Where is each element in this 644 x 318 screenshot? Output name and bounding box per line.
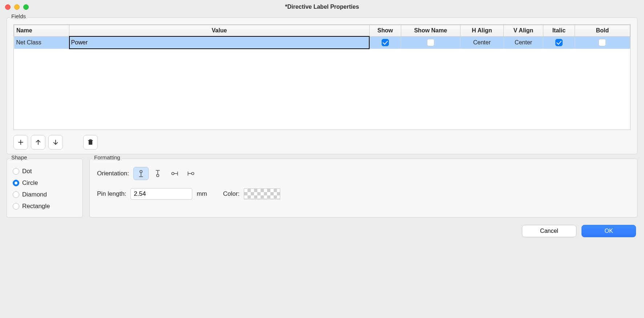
shape-group: Shape Dot Circle Diamond Rectangle [7,159,83,218]
minimize-icon[interactable] [14,4,20,10]
zoom-icon[interactable] [23,4,29,10]
delete-row-button[interactable] [83,135,98,150]
shape-legend: Shape [10,154,28,160]
col-header-name[interactable]: Name [14,25,69,37]
arrow-down-icon [52,139,59,146]
orientation-buttons [133,167,199,180]
col-header-italic[interactable]: Italic [543,25,575,37]
orientation-left-icon [170,169,179,178]
pin-length-input[interactable] [130,188,192,200]
cell-bold[interactable] [575,36,630,49]
orientation-up-icon [136,169,146,178]
table-header-row: Name Value Show Show Name H Align V Alig… [14,25,630,37]
radio-icon [13,191,19,198]
window-controls [5,4,29,10]
col-header-show-name[interactable]: Show Name [401,25,460,37]
orientation-label: Orientation: [97,170,129,177]
dialog-footer: Cancel OK [7,225,637,237]
ok-button[interactable]: OK [581,225,636,237]
svg-point-6 [140,170,142,173]
svg-point-11 [157,174,159,177]
cell-value[interactable] [69,36,370,49]
col-header-valign[interactable]: V Align [504,25,543,37]
shape-option-dot[interactable]: Dot [12,166,77,177]
cell-name[interactable]: Net Class [14,36,69,49]
trash-icon [87,139,94,146]
checkbox-show[interactable] [382,39,389,46]
orientation-down-button[interactable] [150,167,165,180]
col-header-halign[interactable]: H Align [460,25,504,37]
shape-label: Dot [22,168,32,175]
arrow-up-icon [35,139,42,146]
checkbox-show-name[interactable] [427,39,434,46]
radio-icon [13,203,19,210]
orientation-row: Orientation: [97,167,630,180]
table-toolbar [13,135,631,150]
dialog-window: *Directive Label Properties Fields Name … [0,0,644,318]
cancel-button[interactable]: Cancel [522,225,576,237]
table-row[interactable]: Net Class Center Center [14,36,630,49]
shape-label: Circle [22,179,38,187]
svg-point-12 [172,172,174,175]
formatting-group: Formatting Orientation: [89,159,637,218]
move-up-button[interactable] [31,135,45,150]
add-row-button[interactable] [13,135,28,150]
col-header-show[interactable]: Show [369,25,401,37]
cell-halign[interactable]: Center [460,36,504,49]
orientation-down-icon [153,169,162,178]
orientation-right-button[interactable] [184,167,199,180]
pin-length-row: Pin length: mm Color: [97,188,630,200]
move-down-button[interactable] [48,135,63,150]
radio-icon [13,168,19,175]
shape-option-circle[interactable]: Circle [12,177,77,189]
window-title: *Directive Label Properties [5,4,639,10]
cell-italic[interactable] [543,36,575,49]
shape-option-diamond[interactable]: Diamond [12,189,77,200]
checkbox-italic[interactable] [555,39,563,46]
fields-table: Name Value Show Show Name H Align V Alig… [14,25,630,49]
orientation-up-button[interactable] [133,167,149,180]
checkbox-bold[interactable] [599,39,606,46]
shape-option-rectangle[interactable]: Rectangle [12,200,77,212]
plus-icon [17,139,24,146]
pin-length-unit: mm [197,190,207,198]
value-input[interactable] [71,39,368,46]
color-swatch-button[interactable] [244,188,280,199]
dialog-content: Fields Name Value Show Show Name H Align [0,14,644,318]
lower-row: Shape Dot Circle Diamond Rectangle [7,159,637,218]
svg-rect-5 [90,140,92,141]
fields-legend: Fields [10,13,27,19]
orientation-left-button[interactable] [167,167,182,180]
color-label: Color: [223,190,240,198]
close-icon[interactable] [5,4,11,10]
svg-point-17 [192,172,194,175]
titlebar: *Directive Label Properties [0,0,644,14]
fields-table-wrap: Name Value Show Show Name H Align V Alig… [13,24,631,130]
radio-icon [13,180,19,186]
col-header-value[interactable]: Value [69,25,370,37]
col-header-bold[interactable]: Bold [575,25,630,37]
fields-group: Fields Name Value Show Show Name H Align [7,17,637,154]
cell-valign[interactable]: Center [504,36,543,49]
shape-label: Rectangle [22,203,50,210]
cell-show[interactable] [369,36,401,49]
pin-length-label: Pin length: [97,190,126,198]
shape-label: Diamond [22,191,47,198]
svg-rect-4 [89,140,92,145]
orientation-right-icon [186,169,196,178]
cell-show-name[interactable] [401,36,460,49]
formatting-legend: Formatting [93,154,122,160]
